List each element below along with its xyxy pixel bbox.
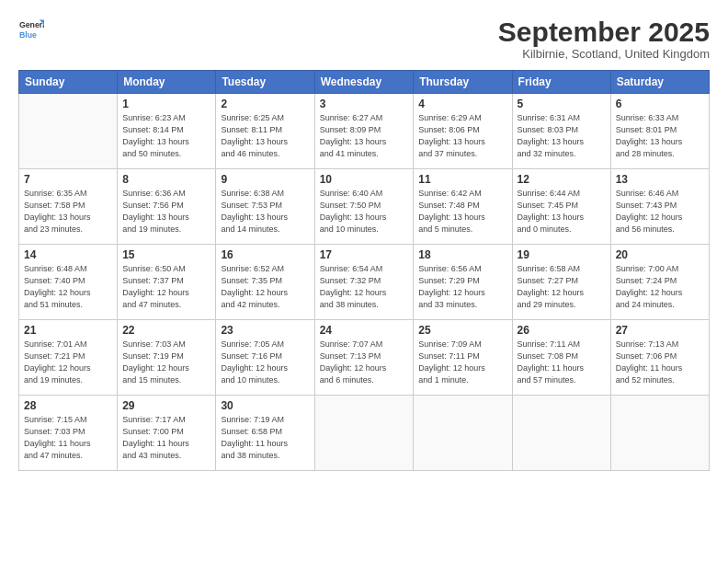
logo-icon: General Blue [18, 17, 44, 42]
day-number: 4 [418, 98, 506, 110]
day-number: 22 [122, 324, 210, 337]
day-info: Sunrise: 6:56 AM Sunset: 7:29 PM Dayligh… [418, 263, 506, 311]
day-info: Sunrise: 7:01 AM Sunset: 7:21 PM Dayligh… [24, 339, 112, 386]
month-title: September 2025 [498, 17, 710, 47]
day-number: 9 [221, 173, 309, 186]
col-wednesday: Wednesday [314, 71, 414, 94]
table-row: 9Sunrise: 6:38 AM Sunset: 7:53 PM Daylig… [216, 169, 314, 245]
day-number: 24 [320, 324, 409, 337]
day-number: 12 [518, 173, 606, 186]
table-row: 3Sunrise: 6:27 AM Sunset: 8:09 PM Daylig… [314, 94, 414, 169]
table-row: 5Sunrise: 6:31 AM Sunset: 8:03 PM Daylig… [512, 94, 610, 169]
day-info: Sunrise: 7:05 AM Sunset: 7:16 PM Dayligh… [221, 339, 309, 386]
day-number: 7 [24, 173, 112, 186]
table-row: 27Sunrise: 7:13 AM Sunset: 7:06 PM Dayli… [610, 320, 709, 396]
svg-text:Blue: Blue [19, 30, 37, 40]
table-row: 26Sunrise: 7:11 AM Sunset: 7:08 PM Dayli… [512, 320, 610, 396]
day-info: Sunrise: 7:07 AM Sunset: 7:13 PM Dayligh… [320, 339, 409, 386]
day-number: 21 [24, 324, 112, 337]
table-row: 8Sunrise: 6:36 AM Sunset: 7:56 PM Daylig… [118, 169, 216, 245]
day-number: 23 [221, 324, 309, 337]
table-row: 11Sunrise: 6:42 AM Sunset: 7:48 PM Dayli… [414, 169, 512, 245]
table-row: 16Sunrise: 6:52 AM Sunset: 7:35 PM Dayli… [216, 245, 314, 320]
day-number: 14 [24, 248, 112, 261]
col-sunday: Sunday [19, 71, 118, 94]
day-info: Sunrise: 7:15 AM Sunset: 7:03 PM Dayligh… [24, 414, 112, 462]
table-row: 21Sunrise: 7:01 AM Sunset: 7:21 PM Dayli… [19, 320, 118, 396]
day-info: Sunrise: 6:33 AM Sunset: 8:01 PM Dayligh… [616, 112, 704, 160]
svg-text:General: General [19, 20, 44, 29]
table-row: 28Sunrise: 7:15 AM Sunset: 7:03 PM Dayli… [19, 396, 118, 471]
day-info: Sunrise: 6:44 AM Sunset: 7:45 PM Dayligh… [518, 188, 606, 236]
day-info: Sunrise: 7:03 AM Sunset: 7:19 PM Dayligh… [122, 339, 210, 386]
day-info: Sunrise: 6:50 AM Sunset: 7:37 PM Dayligh… [122, 263, 210, 311]
day-info: Sunrise: 6:58 AM Sunset: 7:27 PM Dayligh… [518, 263, 606, 311]
table-row: 14Sunrise: 6:48 AM Sunset: 7:40 PM Dayli… [19, 245, 118, 320]
day-info: Sunrise: 7:19 AM Sunset: 6:58 PM Dayligh… [221, 414, 309, 462]
table-row: 4Sunrise: 6:29 AM Sunset: 8:06 PM Daylig… [414, 94, 512, 169]
day-info: Sunrise: 6:29 AM Sunset: 8:06 PM Dayligh… [418, 112, 506, 160]
day-number: 2 [221, 98, 309, 110]
table-row: 19Sunrise: 6:58 AM Sunset: 7:27 PM Dayli… [512, 245, 610, 320]
table-row: 10Sunrise: 6:40 AM Sunset: 7:50 PM Dayli… [314, 169, 414, 245]
day-info: Sunrise: 6:27 AM Sunset: 8:09 PM Dayligh… [320, 112, 409, 160]
table-row: 25Sunrise: 7:09 AM Sunset: 7:11 PM Dayli… [414, 320, 512, 396]
col-saturday: Saturday [610, 71, 709, 94]
day-info: Sunrise: 7:11 AM Sunset: 7:08 PM Dayligh… [518, 339, 606, 386]
col-monday: Monday [118, 71, 216, 94]
day-info: Sunrise: 6:42 AM Sunset: 7:48 PM Dayligh… [418, 188, 506, 236]
table-row: 24Sunrise: 7:07 AM Sunset: 7:13 PM Dayli… [314, 320, 414, 396]
calendar-table: Sunday Monday Tuesday Wednesday Thursday… [18, 70, 710, 471]
day-number: 11 [418, 173, 506, 186]
day-number: 26 [518, 324, 606, 337]
col-thursday: Thursday [414, 71, 512, 94]
day-number: 28 [24, 399, 112, 412]
calendar-week-row: 7Sunrise: 6:35 AM Sunset: 7:58 PM Daylig… [19, 169, 710, 245]
header: General Blue September 2025 Kilbirnie, S… [18, 17, 710, 61]
page: General Blue September 2025 Kilbirnie, S… [0, 0, 728, 563]
day-number: 27 [616, 324, 704, 337]
day-info: Sunrise: 6:31 AM Sunset: 8:03 PM Dayligh… [518, 112, 606, 160]
day-info: Sunrise: 6:36 AM Sunset: 7:56 PM Dayligh… [122, 188, 210, 236]
title-block: September 2025 Kilbirnie, Scotland, Unit… [498, 17, 710, 61]
day-info: Sunrise: 7:17 AM Sunset: 7:00 PM Dayligh… [122, 414, 210, 462]
day-number: 25 [418, 324, 506, 337]
table-row: 20Sunrise: 7:00 AM Sunset: 7:24 PM Dayli… [610, 245, 709, 320]
day-number: 16 [221, 248, 309, 261]
day-info: Sunrise: 6:52 AM Sunset: 7:35 PM Dayligh… [221, 263, 309, 311]
day-number: 8 [122, 173, 210, 186]
table-row [19, 94, 118, 169]
day-info: Sunrise: 6:54 AM Sunset: 7:32 PM Dayligh… [320, 263, 409, 311]
day-info: Sunrise: 6:40 AM Sunset: 7:50 PM Dayligh… [320, 188, 409, 236]
table-row: 30Sunrise: 7:19 AM Sunset: 6:58 PM Dayli… [216, 396, 314, 471]
calendar-header-row: Sunday Monday Tuesday Wednesday Thursday… [19, 71, 710, 94]
col-tuesday: Tuesday [216, 71, 314, 94]
table-row: 23Sunrise: 7:05 AM Sunset: 7:16 PM Dayli… [216, 320, 314, 396]
location: Kilbirnie, Scotland, United Kingdom [498, 47, 710, 61]
day-number: 10 [320, 173, 409, 186]
day-info: Sunrise: 7:09 AM Sunset: 7:11 PM Dayligh… [418, 339, 506, 386]
day-info: Sunrise: 7:00 AM Sunset: 7:24 PM Dayligh… [616, 263, 704, 311]
table-row: 12Sunrise: 6:44 AM Sunset: 7:45 PM Dayli… [512, 169, 610, 245]
table-row [512, 396, 610, 471]
day-number: 29 [122, 399, 210, 412]
day-number: 19 [518, 248, 606, 261]
table-row: 29Sunrise: 7:17 AM Sunset: 7:00 PM Dayli… [118, 396, 216, 471]
day-number: 30 [221, 399, 309, 412]
logo: General Blue [18, 17, 44, 42]
table-row: 13Sunrise: 6:46 AM Sunset: 7:43 PM Dayli… [610, 169, 709, 245]
table-row: 15Sunrise: 6:50 AM Sunset: 7:37 PM Dayli… [118, 245, 216, 320]
day-number: 5 [518, 98, 606, 110]
day-number: 6 [616, 98, 704, 110]
day-info: Sunrise: 7:13 AM Sunset: 7:06 PM Dayligh… [616, 339, 704, 386]
table-row [414, 396, 512, 471]
day-info: Sunrise: 6:23 AM Sunset: 8:14 PM Dayligh… [122, 112, 210, 160]
table-row: 2Sunrise: 6:25 AM Sunset: 8:11 PM Daylig… [216, 94, 314, 169]
calendar-week-row: 21Sunrise: 7:01 AM Sunset: 7:21 PM Dayli… [19, 320, 710, 396]
day-info: Sunrise: 6:48 AM Sunset: 7:40 PM Dayligh… [24, 263, 112, 311]
day-info: Sunrise: 6:38 AM Sunset: 7:53 PM Dayligh… [221, 188, 309, 236]
day-info: Sunrise: 6:25 AM Sunset: 8:11 PM Dayligh… [221, 112, 309, 160]
day-number: 15 [122, 248, 210, 261]
calendar-week-row: 28Sunrise: 7:15 AM Sunset: 7:03 PM Dayli… [19, 396, 710, 471]
calendar-week-row: 14Sunrise: 6:48 AM Sunset: 7:40 PM Dayli… [19, 245, 710, 320]
